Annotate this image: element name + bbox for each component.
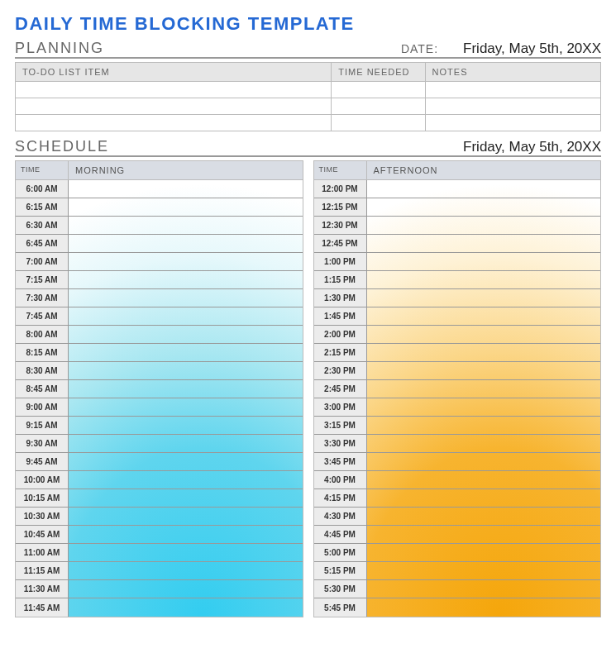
entry-cell[interactable]	[367, 562, 601, 579]
schedule-row: 8:15 AM	[16, 344, 303, 362]
entry-cell[interactable]	[69, 289, 303, 307]
entry-cell[interactable]	[367, 580, 601, 598]
schedule-row: 1:00 PM	[314, 253, 601, 271]
date-label: DATE:	[401, 42, 438, 55]
time-cell: 9:45 AM	[16, 453, 69, 470]
entry-cell[interactable]	[69, 380, 303, 398]
entry-cell[interactable]	[367, 398, 601, 416]
entry-cell[interactable]	[69, 326, 303, 343]
schedule-row: 4:30 PM	[314, 508, 601, 526]
entry-cell[interactable]	[69, 307, 303, 325]
time-cell: 10:00 AM	[16, 471, 69, 489]
schedule-row: 6:15 AM	[16, 198, 303, 217]
schedule-row: 2:00 PM	[314, 326, 601, 344]
entry-cell[interactable]	[367, 362, 601, 379]
entry-cell[interactable]	[69, 180, 303, 198]
entry-cell[interactable]	[69, 453, 303, 470]
schedule-row: 7:30 AM	[16, 289, 303, 307]
planning-date-value: Friday, May 5th, 20XX	[463, 41, 601, 57]
entry-cell[interactable]	[367, 289, 601, 307]
entry-cell[interactable]	[69, 508, 303, 525]
schedule-row: 2:30 PM	[314, 362, 601, 380]
entry-cell[interactable]	[69, 344, 303, 361]
schedule-row: 1:45 PM	[314, 307, 601, 326]
morning-label: MORNING	[69, 161, 303, 179]
planning-cell-time[interactable]	[332, 98, 425, 115]
time-cell: 8:30 AM	[16, 362, 69, 379]
time-cell: 9:15 AM	[16, 417, 69, 434]
schedule-row: 7:00 AM	[16, 253, 303, 271]
entry-cell[interactable]	[367, 435, 601, 452]
time-cell: 10:45 AM	[16, 526, 69, 543]
time-cell: 9:00 AM	[16, 398, 69, 416]
entry-cell[interactable]	[367, 508, 601, 525]
entry-cell[interactable]	[69, 198, 303, 216]
schedule-row: 10:30 AM	[16, 508, 303, 526]
entry-cell[interactable]	[69, 489, 303, 507]
entry-cell[interactable]	[69, 562, 303, 579]
entry-cell[interactable]	[367, 344, 601, 361]
time-cell: 10:15 AM	[16, 489, 69, 507]
col-header-item: TO-DO LIST ITEM	[16, 63, 332, 82]
entry-cell[interactable]	[69, 417, 303, 434]
planning-cell-time[interactable]	[332, 82, 425, 98]
time-cell: 4:30 PM	[314, 508, 367, 525]
time-cell: 8:45 AM	[16, 380, 69, 398]
schedule-row: 5:15 PM	[314, 562, 601, 580]
schedule-afternoon-column: TIME AFTERNOON 12:00 PM12:15 PM12:30 PM1…	[313, 160, 602, 617]
schedule-row: 7:45 AM	[16, 307, 303, 326]
planning-cell-item[interactable]	[16, 82, 332, 98]
entry-cell[interactable]	[69, 471, 303, 489]
entry-cell[interactable]	[367, 180, 601, 198]
entry-cell[interactable]	[367, 453, 601, 470]
planning-cell-time[interactable]	[332, 115, 425, 131]
schedule-label: SCHEDULE	[15, 138, 463, 155]
entry-cell[interactable]	[367, 235, 601, 252]
schedule-row: 5:45 PM	[314, 598, 601, 617]
entry-cell[interactable]	[367, 471, 601, 489]
time-cell: 12:30 PM	[314, 217, 367, 234]
time-cell: 6:00 AM	[16, 180, 69, 198]
planning-cell-notes[interactable]	[425, 115, 600, 131]
entry-cell[interactable]	[367, 417, 601, 434]
time-cell: 1:00 PM	[314, 253, 367, 270]
entry-cell[interactable]	[367, 526, 601, 543]
entry-cell[interactable]	[69, 271, 303, 288]
entry-cell[interactable]	[69, 398, 303, 416]
planning-cell-item[interactable]	[16, 98, 332, 115]
entry-cell[interactable]	[69, 598, 303, 617]
entry-cell[interactable]	[367, 544, 601, 561]
schedule-row: 5:30 PM	[314, 580, 601, 598]
time-cell: 12:15 PM	[314, 198, 367, 216]
time-cell: 11:30 AM	[16, 580, 69, 598]
entry-cell[interactable]	[69, 544, 303, 561]
entry-cell[interactable]	[367, 271, 601, 288]
entry-cell[interactable]	[367, 380, 601, 398]
schedule-row: 11:45 AM	[16, 598, 303, 617]
time-cell: 12:00 PM	[314, 180, 367, 198]
entry-cell[interactable]	[367, 253, 601, 270]
planning-cell-notes[interactable]	[425, 98, 600, 115]
planning-table: TO-DO LIST ITEM TIME NEEDED NOTES	[15, 62, 601, 131]
planning-cell-item[interactable]	[16, 115, 332, 131]
entry-cell[interactable]	[69, 253, 303, 270]
entry-cell[interactable]	[69, 217, 303, 234]
entry-cell[interactable]	[69, 435, 303, 452]
schedule-row: 11:00 AM	[16, 544, 303, 562]
time-cell: 10:30 AM	[16, 508, 69, 525]
time-cell: 11:00 AM	[16, 544, 69, 561]
entry-cell[interactable]	[367, 326, 601, 343]
entry-cell[interactable]	[367, 489, 601, 507]
entry-cell[interactable]	[69, 235, 303, 252]
entry-cell[interactable]	[367, 307, 601, 325]
schedule-row: 5:00 PM	[314, 544, 601, 562]
planning-cell-notes[interactable]	[425, 82, 600, 98]
schedule-row: 3:30 PM	[314, 435, 601, 453]
entry-cell[interactable]	[367, 598, 601, 617]
entry-cell[interactable]	[367, 217, 601, 234]
entry-cell[interactable]	[69, 526, 303, 543]
schedule-row: 6:30 AM	[16, 217, 303, 235]
entry-cell[interactable]	[69, 580, 303, 598]
entry-cell[interactable]	[69, 362, 303, 379]
entry-cell[interactable]	[367, 198, 601, 216]
